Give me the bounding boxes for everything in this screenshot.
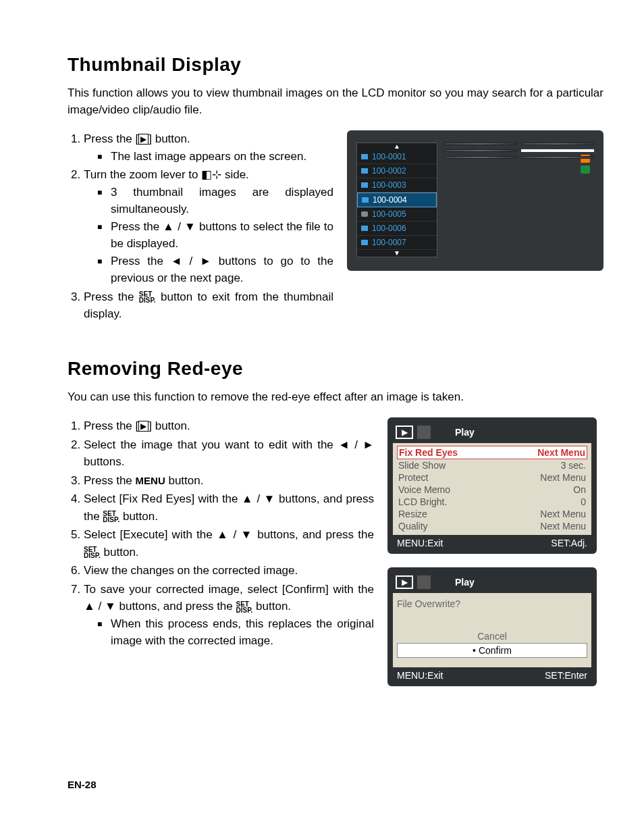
- confirm-option-cancel: Cancel: [397, 629, 587, 643]
- menu-value: 0: [581, 496, 586, 507]
- substep: 3 thumbnail images are displayed simulta…: [97, 184, 333, 218]
- wide-icon: ◧⊹: [201, 168, 221, 181]
- menu-title: Play: [455, 427, 475, 438]
- scroll-up-icon: ▲: [357, 143, 437, 150]
- text: button.: [252, 600, 291, 613]
- thumbnail-previews: [444, 143, 594, 159]
- play-tab-icon: ▶: [396, 426, 413, 439]
- updown-icon: ▲ / ▼: [163, 220, 196, 233]
- file-label: 100-0006: [372, 224, 406, 233]
- leftright-icon: ◄ / ►: [171, 255, 211, 267]
- file-item: 100-0007: [357, 236, 437, 250]
- play-menu-screenshot: ▶ Play Fix Red EyesNext Menu Slide Show3…: [387, 417, 597, 554]
- text: Press the: [84, 290, 139, 303]
- menu-value: Next Menu: [537, 447, 585, 458]
- menu-footer-set: SET:Adj.: [551, 538, 587, 548]
- menu-button-label: MENU: [136, 475, 165, 486]
- file-label: 100-0001: [372, 152, 406, 161]
- menu-value: Next Menu: [540, 521, 586, 532]
- step-6: View the changes on the corrected image.: [84, 562, 374, 580]
- steps-redeye: Press the [▶] button. Select the image t…: [68, 417, 374, 650]
- confirm-body: File Overwrite? Cancel • Confirm: [393, 593, 591, 667]
- preview-selected: [521, 149, 594, 152]
- menu-row-selected: Fix Red EyesNext Menu: [397, 446, 587, 459]
- menu-row: ProtectNext Menu: [397, 471, 587, 484]
- step-3: Press the MENU button.: [84, 472, 374, 490]
- menu-footer-set: SET:Enter: [545, 670, 587, 681]
- menu-label: LCD Bright.: [398, 496, 447, 507]
- file-icon: [361, 154, 368, 159]
- thumbnail-screenshot: ▲ 100-0001 100-0002 100-0003 100-0004 10…: [347, 130, 603, 271]
- file-icon: [361, 226, 368, 231]
- menu-label: Voice Memo: [398, 484, 450, 495]
- text: button.: [101, 546, 139, 559]
- menu-value: Next Menu: [540, 472, 586, 483]
- set-disp-icon: SETDISP.: [84, 546, 101, 559]
- file-item-selected: 100-0004: [357, 192, 437, 207]
- text: Press the: [111, 255, 171, 267]
- text: Press the [: [84, 419, 138, 432]
- menu-label: Quality: [398, 521, 428, 532]
- text: side.: [221, 168, 249, 181]
- step-3: Press the SETDISP. button to exit from t…: [84, 288, 333, 323]
- step-7: To save your corrected image, select [Co…: [84, 581, 374, 650]
- text: buttons, and press the: [253, 528, 374, 541]
- menu-row: QualityNext Menu: [397, 520, 587, 532]
- file-item: 100-0003: [357, 178, 437, 192]
- scroll-down-icon: ▼: [357, 250, 437, 257]
- file-item: 100-0002: [357, 164, 437, 178]
- menu-row: Voice MemoOn: [397, 484, 587, 496]
- intro-redeye: You can use this function to remove the …: [68, 389, 603, 406]
- substep: When this process ends, this replaces th…: [97, 615, 374, 650]
- intro-thumbnail: This function allows you to view thumbna…: [68, 85, 603, 118]
- set-disp-icon: SETDISP.: [139, 291, 156, 303]
- text: Press the [: [84, 132, 138, 145]
- setup-tab-icon: [417, 426, 431, 439]
- menu-value: 3 sec.: [561, 460, 586, 471]
- menu-title: Play: [455, 577, 475, 588]
- file-icon: [361, 182, 368, 188]
- file-label: 100-0007: [372, 238, 406, 247]
- text: To save your corrected image, select [Co…: [84, 583, 374, 596]
- step-5: Select [Execute] with the ▲ / ▼ buttons,…: [84, 526, 374, 561]
- confirm-question: File Overwrite?: [397, 598, 587, 609]
- menu-row: LCD Bright.0: [397, 496, 587, 508]
- section-title-redeye: Removing Red-eye: [68, 358, 603, 380]
- menu-footer-exit: MENU:Exit: [397, 538, 443, 548]
- thumbnail-file-list: ▲ 100-0001 100-0002 100-0003 100-0004 10…: [356, 143, 437, 257]
- menu-row: Slide Show3 sec.: [397, 459, 587, 471]
- file-label: 100-0005: [372, 209, 406, 219]
- updown-icon: ▲ / ▼: [84, 600, 116, 613]
- confirm-option-confirm: • Confirm: [397, 643, 587, 658]
- file-label: 100-0004: [373, 195, 407, 205]
- confirm-dialog-screenshot: ▶ Play File Overwrite? Cancel • Confirm …: [387, 567, 597, 686]
- set-disp-icon: SETDISP.: [236, 601, 253, 613]
- play-icon: ▶: [138, 134, 149, 145]
- menu-row: ResizeNext Menu: [397, 508, 587, 520]
- menu-footer-exit: MENU:Exit: [397, 670, 443, 681]
- preview: [444, 149, 517, 152]
- mic-icon: [581, 165, 590, 174]
- file-item: 100-0001: [357, 150, 437, 164]
- text: Select [Execute] with the: [84, 528, 217, 541]
- preview: [444, 143, 517, 145]
- file-icon: [361, 240, 368, 245]
- menu-body: Fix Red EyesNext Menu Slide Show3 sec. P…: [393, 443, 591, 535]
- menu-label: Fix Red Eyes: [399, 447, 458, 458]
- step-1: Press the [▶] button. The last image app…: [84, 130, 333, 165]
- preview: [521, 143, 594, 145]
- step-1: Press the [▶] button.: [84, 417, 374, 435]
- text: ] button.: [149, 419, 190, 432]
- preview: [444, 156, 517, 159]
- steps-thumbnail: Press the [▶] button. The last image app…: [68, 130, 333, 323]
- menu-label: Slide Show: [398, 460, 446, 471]
- menu-label: Resize: [398, 509, 427, 519]
- file-label: 100-0003: [372, 180, 406, 190]
- setup-tab-icon: [417, 575, 431, 589]
- text: Press the: [111, 220, 163, 233]
- audio-icon: [361, 211, 368, 217]
- updown-icon: ▲ / ▼: [217, 528, 253, 541]
- file-item: 100-0005: [357, 207, 437, 222]
- file-icon: [361, 168, 368, 174]
- play-icon: ▶: [138, 421, 149, 432]
